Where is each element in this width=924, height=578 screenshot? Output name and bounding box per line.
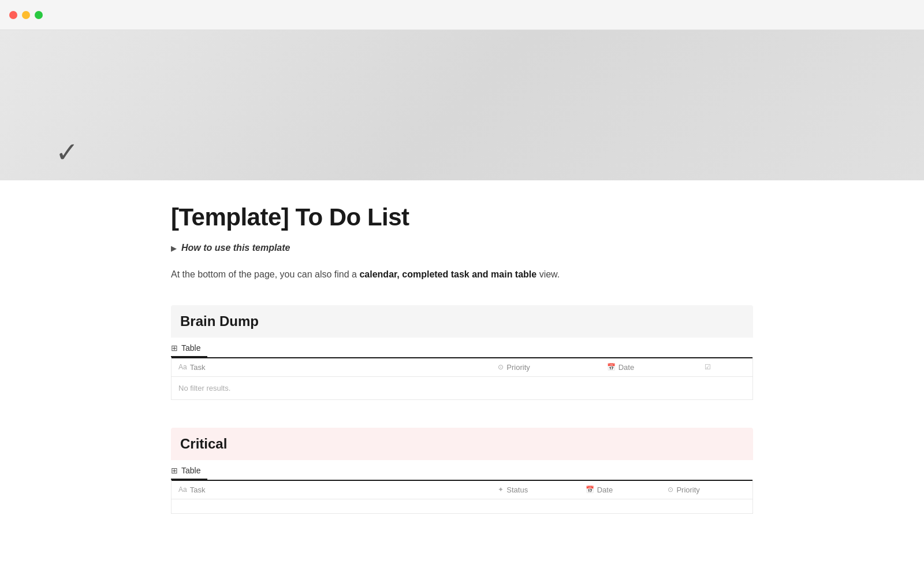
- brain-dump-col-task: Aa Task: [172, 358, 491, 377]
- main-content: [Template] To Do List ▶ How to use this …: [116, 180, 808, 576]
- brain-dump-col-check: ☑: [698, 358, 752, 377]
- toggle-arrow-icon: ▶: [171, 244, 177, 253]
- critical-table-tab[interactable]: ⊞ Table: [171, 462, 207, 480]
- critical-task-type-icon: Aa: [178, 486, 187, 494]
- brain-dump-tab-label: Table: [181, 343, 200, 353]
- critical-priority-type-icon: ⊙: [668, 486, 673, 494]
- brain-dump-col-priority: ⊙ Priority: [491, 358, 599, 377]
- critical-col-date: 📅 Date: [579, 480, 661, 499]
- critical-table: Aa Task ✦ Status 📅: [172, 480, 752, 513]
- critical-col-priority: ⊙ Priority: [661, 480, 752, 499]
- critical-empty-row: [172, 499, 752, 513]
- critical-tab-row: ⊞ Table: [171, 460, 753, 480]
- brain-dump-col-task-label: Task: [190, 363, 206, 372]
- no-results-message: No filter results.: [172, 376, 752, 399]
- brain-dump-header: Brain Dump: [171, 305, 753, 338]
- task-type-icon: Aa: [178, 363, 187, 371]
- hero-checkmark: ✓: [55, 139, 79, 166]
- template-toggle[interactable]: ▶ How to use this template: [171, 243, 753, 253]
- critical-col-status: ✦ Status: [491, 480, 578, 499]
- brain-dump-table-head: Aa Task ⊙ Priority 📅: [172, 358, 752, 377]
- brain-dump-col-priority-label: Priority: [506, 363, 530, 372]
- brain-dump-table-container: Aa Task ⊙ Priority 📅: [171, 357, 753, 400]
- description-bold: calendar, completed task and main table: [359, 269, 536, 279]
- brain-dump-col-date: 📅 Date: [600, 358, 698, 377]
- critical-table-container: Aa Task ✦ Status 📅: [171, 480, 753, 514]
- maximize-button[interactable]: [35, 11, 43, 19]
- check-type-icon: ☑: [705, 363, 711, 371]
- date-type-icon: 📅: [607, 363, 616, 371]
- critical-empty-message: [172, 499, 752, 513]
- critical-header-row: Aa Task ✦ Status 📅: [172, 480, 752, 499]
- critical-col-date-label: Date: [597, 486, 613, 494]
- critical-table-head: Aa Task ✦ Status 📅: [172, 480, 752, 499]
- no-results-row: No filter results.: [172, 376, 752, 399]
- critical-date-type-icon: 📅: [586, 486, 594, 494]
- brain-dump-col-date-label: Date: [619, 363, 634, 372]
- description-text: At the bottom of the page, you can also …: [171, 267, 753, 282]
- priority-type-icon: ⊙: [498, 363, 504, 371]
- description-suffix: view.: [536, 269, 560, 279]
- title-bar: [0, 0, 924, 30]
- toggle-label: How to use this template: [181, 243, 290, 253]
- minimize-button[interactable]: [22, 11, 30, 19]
- brain-dump-section: Brain Dump ⊞ Table Aa Task: [171, 305, 753, 400]
- hero-banner: ✓: [0, 30, 924, 180]
- brain-dump-title: Brain Dump: [180, 313, 259, 329]
- critical-table-icon: ⊞: [171, 466, 178, 475]
- critical-title: Critical: [180, 436, 227, 451]
- brain-dump-table-tab[interactable]: ⊞ Table: [171, 340, 207, 357]
- close-button[interactable]: [9, 11, 17, 19]
- critical-col-task: Aa Task: [172, 480, 491, 499]
- table-icon: ⊞: [171, 343, 178, 353]
- page-title: [Template] To Do List: [171, 203, 753, 231]
- critical-table-body: [172, 499, 752, 513]
- critical-col-priority-label: Priority: [676, 486, 699, 494]
- status-type-icon: ✦: [498, 486, 504, 494]
- critical-col-task-label: Task: [190, 486, 206, 494]
- critical-header: Critical: [171, 428, 753, 460]
- critical-col-status-label: Status: [506, 486, 528, 494]
- brain-dump-table-body: No filter results.: [172, 376, 752, 399]
- critical-section: Critical ⊞ Table Aa Task: [171, 428, 753, 514]
- description-prefix: At the bottom of the page, you can also …: [171, 269, 359, 279]
- brain-dump-tab-row: ⊞ Table: [171, 338, 753, 357]
- brain-dump-header-row: Aa Task ⊙ Priority 📅: [172, 358, 752, 377]
- brain-dump-table: Aa Task ⊙ Priority 📅: [172, 357, 752, 399]
- critical-tab-label: Table: [181, 466, 200, 475]
